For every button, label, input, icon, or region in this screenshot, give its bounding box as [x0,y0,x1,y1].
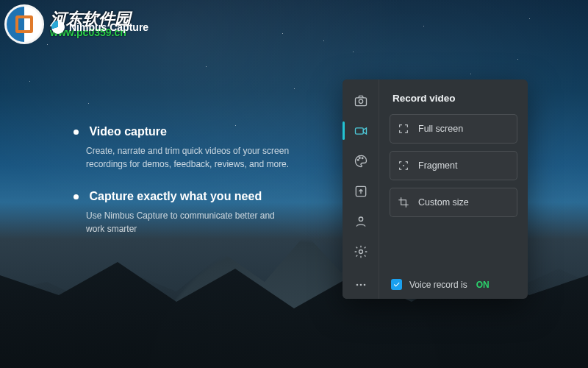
crop-icon [398,197,409,208]
option-label: Custom size [418,197,469,208]
app-window: 河东软件园 www.pc0359.cn Nimbus Capture Video… [0,0,588,368]
svg-point-4 [359,157,360,158]
svg-point-9 [356,284,358,286]
settings-icon [354,244,368,259]
svg-rect-2 [355,128,363,134]
svg-point-1 [359,99,362,103]
voice-record-label: Voice record is [409,280,467,290]
upload-icon [354,184,368,199]
rail-upload[interactable] [343,177,379,205]
option-full-screen[interactable]: Full screen [390,114,517,144]
marketing-item: Video capture Create, narrate and trim q… [74,125,294,171]
svg-point-8 [359,250,362,254]
marketing-item: Capture exactly what you need Use Nimbus… [74,190,294,236]
capture-panel: Record video Full screen Fragment Custom… [343,79,528,299]
option-fragment[interactable]: Fragment [390,151,517,180]
rail-capture-photo[interactable] [343,87,379,114]
svg-point-7 [359,217,362,221]
rail-palette[interactable] [343,147,379,174]
marketing-copy: Video capture Create, narrate and trim q… [74,125,294,255]
fragment-icon [398,160,409,171]
option-label: Fragment [418,160,458,171]
bullet-icon [74,194,79,199]
voice-record-row: Voice record is ON [390,276,517,291]
svg-point-10 [359,284,362,286]
fullscreen-icon [398,123,409,135]
rail-account[interactable] [343,208,379,236]
bullet-icon [74,130,79,135]
svg-point-11 [363,284,365,286]
voice-record-state: ON [476,280,490,290]
more-icon [354,277,368,292]
panel-body: Record video Full screen Fragment Custom… [379,79,528,299]
panel-header: Record video [390,88,517,114]
capture-photo-icon [354,93,368,108]
rail-settings[interactable] [343,238,379,266]
svg-rect-0 [355,97,366,105]
option-label: Full screen [418,124,463,134]
svg-point-3 [357,159,359,160]
marketing-title: Capture exactly what you need [89,190,262,202]
watermark-logo-icon [4,4,44,44]
marketing-desc: Create, narrate and trim quick videos of… [74,144,294,171]
marketing-desc: Use Nimbus Capture to communicate better… [74,209,294,236]
voice-record-checkbox[interactable] [391,279,402,290]
svg-point-12 [403,165,404,166]
option-custom-size[interactable]: Custom size [390,188,517,217]
app-title: Nimbus Capture [51,21,148,34]
account-icon [354,214,368,229]
rail-more[interactable] [343,272,379,299]
check-icon [392,280,401,289]
nimbus-logo-icon [51,21,65,34]
marketing-title: Video capture [89,125,167,138]
svg-point-5 [362,158,363,159]
record-video-icon [354,124,368,138]
panel-rail [343,79,379,299]
app-name-label: Nimbus Capture [69,21,148,33]
palette-icon [354,154,368,169]
rail-record-video[interactable] [343,117,379,144]
